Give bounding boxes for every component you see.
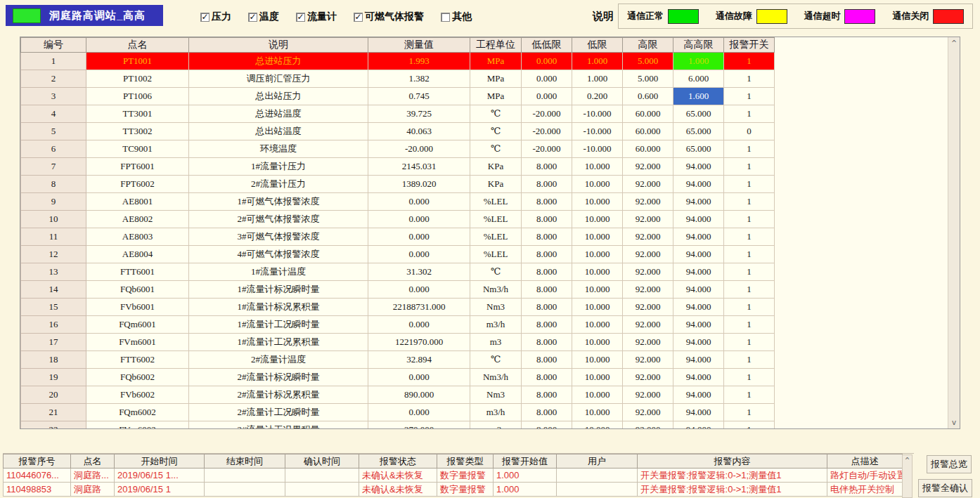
filter-checkbox-other[interactable] (441, 13, 450, 22)
table-cell[interactable]: -20.000 (522, 140, 572, 158)
table-cell[interactable]: 10.000 (572, 421, 623, 430)
table-cell[interactable]: 8.000 (522, 281, 572, 299)
table-cell[interactable]: 92.000 (623, 404, 673, 421)
table-cell[interactable]: 8.000 (522, 263, 572, 281)
alarm-cell[interactable] (285, 468, 359, 483)
table-cell[interactable]: 17 (21, 334, 86, 351)
table-cell[interactable]: 8.000 (522, 316, 572, 334)
table-cell[interactable]: TT3002 (86, 123, 189, 140)
table-cell[interactable]: 92.000 (623, 369, 673, 386)
table-cell[interactable]: MPa (470, 53, 522, 70)
table-cell[interactable]: -20.000 (522, 105, 572, 123)
table-cell[interactable]: 20 (21, 386, 86, 404)
table-cell[interactable]: 0.000 (368, 281, 470, 299)
table-cell[interactable]: 4 (21, 105, 86, 123)
table-cell[interactable]: 60.000 (623, 140, 673, 158)
table-cell[interactable]: ℃ (470, 123, 522, 140)
table-cell[interactable]: 1 (724, 228, 775, 246)
table-cell[interactable]: 8.000 (522, 193, 572, 211)
table-cell[interactable]: PT1002 (86, 70, 189, 88)
table-cell[interactable]: 94.000 (673, 211, 724, 228)
filter-checkbox-flowmeter[interactable]: ✓ (296, 13, 305, 22)
table-cell[interactable]: 1.382 (368, 70, 470, 88)
table-cell[interactable]: 0.200 (572, 88, 623, 105)
table-cell[interactable]: 0.000 (368, 211, 470, 228)
table-cell[interactable]: 22 (21, 421, 86, 430)
alarm-ack-all-button[interactable]: 报警全确认 (918, 479, 972, 497)
table-cell[interactable]: 13 (21, 263, 86, 281)
table-cell[interactable]: %LEL (470, 228, 522, 246)
table-cell[interactable]: Nm3 (470, 299, 522, 316)
alarm-cell[interactable]: 未确认&未恢复 (359, 468, 437, 483)
table-cell[interactable]: FVb6001 (86, 299, 189, 316)
table-cell[interactable]: 94.000 (673, 228, 724, 246)
table-cell[interactable]: 0.600 (623, 88, 673, 105)
table-cell[interactable]: 0.000 (368, 404, 470, 421)
table-cell[interactable]: 8.000 (522, 369, 572, 386)
table-cell[interactable]: PT1001 (86, 53, 189, 70)
table-cell[interactable]: -10.000 (572, 140, 623, 158)
table-cell[interactable]: 1 (724, 351, 775, 369)
table-cell[interactable]: 9 (21, 193, 86, 211)
points-scrollbar[interactable]: ^ v (948, 37, 960, 428)
table-cell[interactable]: 19 (21, 369, 86, 386)
table-cell[interactable]: PT1006 (86, 88, 189, 105)
table-cell[interactable]: 10.000 (572, 263, 623, 281)
table-cell[interactable]: 1 (724, 193, 775, 211)
table-cell[interactable]: ℃ (470, 263, 522, 281)
table-cell[interactable]: 1.000 (673, 53, 724, 70)
table-cell[interactable]: TC9001 (86, 140, 189, 158)
table-cell[interactable]: 1 (724, 88, 775, 105)
table-cell[interactable]: 1 (724, 404, 775, 421)
table-cell[interactable]: 10.000 (572, 316, 623, 334)
table-cell[interactable]: 10.000 (572, 386, 623, 404)
table-cell[interactable]: 0.000 (522, 53, 572, 70)
alarm-cell[interactable] (557, 468, 638, 483)
table-cell[interactable]: 2145.031 (368, 158, 470, 176)
table-cell[interactable]: 1#流量计工况瞬时量 (189, 316, 368, 334)
table-cell[interactable]: 21 (21, 404, 86, 421)
table-cell[interactable]: 环境温度 (189, 140, 368, 158)
scroll-down-icon[interactable]: v (948, 418, 960, 427)
table-cell[interactable]: 总进站压力 (189, 53, 368, 70)
table-cell[interactable]: -10.000 (572, 105, 623, 123)
table-cell[interactable]: 5 (21, 123, 86, 140)
filter-checkbox-temperature[interactable]: ✓ (248, 13, 257, 22)
table-cell[interactable]: 92.000 (623, 386, 673, 404)
table-cell[interactable]: 1 (724, 386, 775, 404)
table-cell[interactable]: 60.000 (623, 105, 673, 123)
alarm-cell[interactable]: 2019/06/15 1 (115, 483, 205, 497)
table-cell[interactable]: 10.000 (572, 228, 623, 246)
table-cell[interactable]: FQb6001 (86, 281, 189, 299)
table-cell[interactable]: 2#流量计压力 (189, 176, 368, 193)
table-cell[interactable]: 8.000 (522, 299, 572, 316)
filter-checkbox-pressure[interactable]: ✓ (200, 13, 209, 22)
alarm-scrollbar[interactable]: ^ (902, 454, 913, 498)
table-cell[interactable]: 3 (21, 88, 86, 105)
table-cell[interactable]: 8.000 (522, 386, 572, 404)
table-cell[interactable]: 40.063 (368, 123, 470, 140)
table-cell[interactable]: 2#流量计温度 (189, 351, 368, 369)
table-cell[interactable]: 92.000 (623, 334, 673, 351)
table-cell[interactable]: 0.000 (368, 369, 470, 386)
table-cell[interactable]: 94.000 (673, 316, 724, 334)
table-cell[interactable]: 2#流量计标况瞬时量 (189, 369, 368, 386)
table-cell[interactable]: FTT6002 (86, 351, 189, 369)
table-cell[interactable]: ℃ (470, 105, 522, 123)
table-cell[interactable]: FPT6002 (86, 176, 189, 193)
table-cell[interactable]: 1.000 (572, 70, 623, 88)
table-cell[interactable]: 10.000 (572, 369, 623, 386)
table-cell[interactable]: 1 (724, 281, 775, 299)
table-cell[interactable]: 1 (724, 316, 775, 334)
table-cell[interactable]: 92.000 (623, 316, 673, 334)
table-cell[interactable]: TT3001 (86, 105, 189, 123)
table-cell[interactable]: 1 (724, 105, 775, 123)
table-cell[interactable]: 60.000 (623, 123, 673, 140)
table-cell[interactable]: ℃ (470, 140, 522, 158)
table-cell[interactable]: 10.000 (572, 281, 623, 299)
table-cell[interactable]: 10.000 (572, 334, 623, 351)
table-cell[interactable]: 4#可燃气体报警浓度 (189, 246, 368, 263)
table-cell[interactable]: m3/h (470, 316, 522, 334)
table-cell[interactable]: 92.000 (623, 299, 673, 316)
table-cell[interactable]: 1 (724, 263, 775, 281)
